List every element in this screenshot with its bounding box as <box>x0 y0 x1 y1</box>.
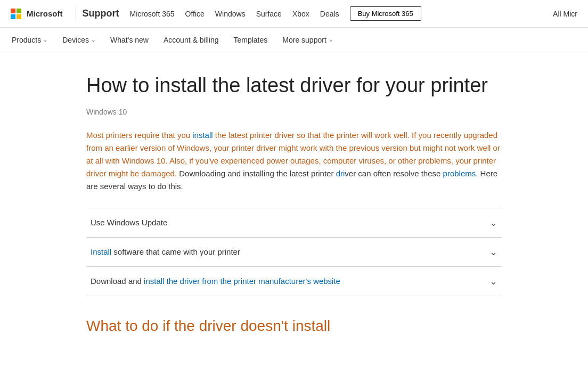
intro-text-2: Downloading and installing the latest pr… <box>179 169 336 178</box>
ms-green-square <box>17 9 21 13</box>
templates-label: Templates <box>233 36 267 44</box>
accordion: Use Windows Update ⌄ Install software th… <box>86 208 502 296</box>
intro-text-3: ver can often resolve these <box>345 169 443 178</box>
accordion-label-install-software: Install software that came with your pri… <box>91 247 240 256</box>
accordion-header-download-driver[interactable]: Download and install the driver from the… <box>86 267 502 296</box>
accordion-label-download-driver: Download and install the driver from the… <box>91 277 340 286</box>
nav-more-support[interactable]: More support ⌄ <box>281 28 333 52</box>
main-content: How to install the latest driver for you… <box>65 52 523 356</box>
nav-link-office[interactable]: Office <box>185 10 205 18</box>
products-chevron-icon: ⌄ <box>43 37 47 43</box>
nav-link-deals[interactable]: Deals <box>320 10 339 18</box>
accordion-item-download-driver: Download and install the driver from the… <box>86 267 502 296</box>
devices-label: Devices <box>62 36 89 44</box>
download-label-1: Download and <box>91 277 144 286</box>
nav-account-billing[interactable]: Account & billing <box>162 28 220 52</box>
support-label: Support <box>83 8 119 19</box>
bottom-heading: What to do if the driver doesn't install <box>86 318 502 335</box>
microsoft-logo[interactable]: Microsoft <box>11 9 63 19</box>
nav-link-xbox[interactable]: Xbox <box>292 10 309 18</box>
ms-logo-grid <box>11 9 21 19</box>
article-title: How to install the latest driver for you… <box>86 74 502 98</box>
nav-products[interactable]: Products ⌄ <box>11 28 48 52</box>
intro-driver-link[interactable]: dri <box>336 169 345 178</box>
intro-text-colored: Most printers require that you <box>86 131 192 140</box>
products-label: Products <box>12 36 41 44</box>
ms-yellow-square <box>17 14 21 19</box>
accordion-chevron-download-driver-icon: ⌄ <box>489 275 497 287</box>
accordion-item-install-software: Install software that came with your pri… <box>86 238 502 267</box>
install-link-text: Install <box>91 247 111 256</box>
intro-problems-link[interactable]: problems <box>443 169 476 178</box>
more-support-label: More support <box>282 36 326 44</box>
nav-templates[interactable]: Templates <box>232 28 268 52</box>
nav-link-windows[interactable]: Windows <box>215 10 246 18</box>
nav-link-ms365[interactable]: Microsoft 365 <box>130 10 175 18</box>
account-billing-label: Account & billing <box>164 36 219 44</box>
ms-red-square <box>11 9 15 13</box>
install-link-2: install the driver from the printer manu… <box>144 277 340 286</box>
accordion-header-windows-update[interactable]: Use Windows Update ⌄ <box>86 208 502 237</box>
intro-install-link[interactable]: install <box>192 131 213 140</box>
article-subtitle: Windows 10 <box>86 108 502 116</box>
devices-chevron-icon: ⌄ <box>91 37 95 43</box>
accordion-chevron-install-software-icon: ⌄ <box>489 246 497 258</box>
brand-divider <box>76 6 76 21</box>
accordion-item-windows-update: Use Windows Update ⌄ <box>86 208 502 238</box>
nav-link-surface[interactable]: Surface <box>256 10 282 18</box>
brand-name: Microsoft <box>27 9 63 18</box>
whats-new-label: What's new <box>110 36 149 44</box>
install-label-rest: software that came with your printer <box>111 247 240 256</box>
all-micro-label: All Micr <box>553 10 577 18</box>
top-nav: Microsoft Support Microsoft 365 Office W… <box>0 0 588 28</box>
accordion-label-windows-update: Use Windows Update <box>91 218 167 227</box>
ms-blue-square <box>11 14 15 19</box>
accordion-header-install-software[interactable]: Install software that came with your pri… <box>86 238 502 266</box>
accordion-chevron-windows-update-icon: ⌄ <box>489 217 497 229</box>
article-intro: Most printers require that you install t… <box>86 129 502 193</box>
more-support-chevron-icon: ⌄ <box>329 37 333 43</box>
top-nav-links: Microsoft 365 Office Windows Surface Xbo… <box>130 6 553 21</box>
buy-ms365-button[interactable]: Buy Microsoft 365 <box>350 6 421 21</box>
second-nav: Products ⌄ Devices ⌄ What's new Account … <box>0 28 588 52</box>
nav-whats-new[interactable]: What's new <box>109 28 150 52</box>
nav-devices[interactable]: Devices ⌄ <box>61 28 96 52</box>
